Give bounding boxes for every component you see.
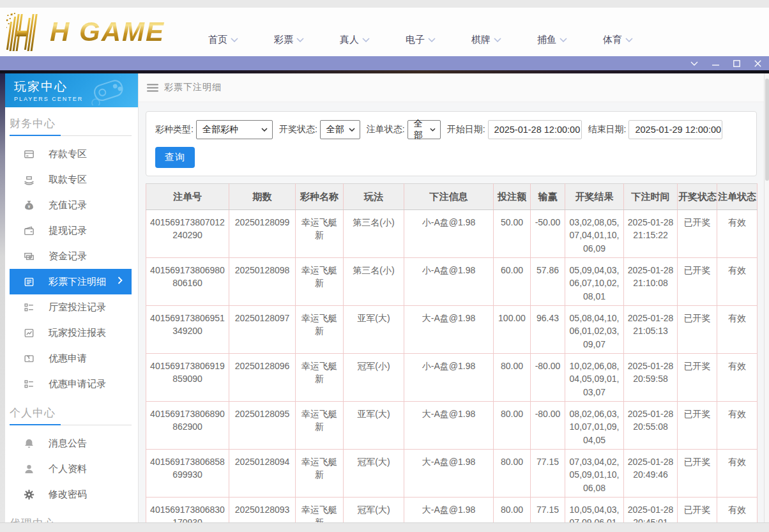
cell-彩种名称: 幸运飞艇新 bbox=[296, 306, 344, 354]
sidebar-item-厅室投注记录[interactable]: 厅室投注记录 bbox=[10, 294, 132, 320]
table-header-row: 注单号期数彩种名称玩法下注信息投注额输赢开奖结果下注时间开奖状态注单状态 bbox=[146, 184, 758, 210]
chevron-down-icon bbox=[428, 38, 436, 42]
nav-item-彩票[interactable]: 彩票 bbox=[274, 34, 304, 46]
nav-item-label: 电子 bbox=[406, 34, 425, 46]
nav-item-label: 首页 bbox=[208, 34, 227, 46]
draw-status-select[interactable]: 全部 bbox=[320, 120, 360, 139]
lottery-type-label: 彩种类型: bbox=[155, 124, 194, 135]
sidebar-item-label: 玩家投注报表 bbox=[49, 327, 106, 339]
cell-玩法: 亚军(大) bbox=[344, 402, 404, 450]
cell-开奖结果: 05,09,04,03,06,07,10,02,08,01 bbox=[565, 258, 624, 306]
lottery-type-select[interactable]: 全部彩种 bbox=[196, 120, 273, 139]
chevron-down-icon bbox=[296, 38, 304, 42]
draw-status-label: 开奖状态: bbox=[279, 124, 317, 135]
lottery-type-value: 全部彩种 bbox=[202, 124, 238, 135]
start-date-input[interactable]: 2025-01-28 12:00:00 bbox=[488, 120, 582, 139]
cell-开奖状态: 已开奖 bbox=[678, 210, 717, 258]
cell-玩法: 亚军(大) bbox=[344, 306, 404, 354]
cell-期数: 20250128096 bbox=[229, 354, 296, 402]
chevron-down-icon bbox=[362, 38, 370, 42]
sidebar-item-充值记录[interactable]: ¥充值记录 bbox=[10, 192, 132, 218]
sidebar-item-取款专区[interactable]: 取款专区 bbox=[10, 167, 132, 192]
sidebar-item-提现记录[interactable]: 提现记录 bbox=[10, 218, 132, 243]
cell-注单号: 401569173806858699930 bbox=[146, 450, 229, 498]
sidebar-header: 玩家中心 PLAYERS CENTER bbox=[5, 73, 138, 107]
cell-开奖状态: 已开奖 bbox=[678, 354, 717, 402]
window-close-icon[interactable] bbox=[754, 60, 761, 67]
cell-投注额: 80.00 bbox=[494, 354, 531, 402]
page-title: 彩票下注明细 bbox=[164, 82, 222, 93]
sidebar-item-label: 消息公告 bbox=[49, 437, 87, 450]
end-date-input[interactable]: 2025-01-29 12:00:00 bbox=[628, 120, 722, 139]
nav-item-真人[interactable]: 真人 bbox=[340, 34, 370, 46]
promo-record-icon bbox=[24, 379, 34, 390]
sidebar-item-修改密码[interactable]: 修改密码 bbox=[10, 482, 132, 507]
window-chevron-down-icon[interactable] bbox=[690, 61, 698, 66]
sidebar-item-个人资料[interactable]: 个人资料 bbox=[10, 456, 132, 482]
scrollbar-thumb[interactable] bbox=[765, 79, 769, 181]
cell-期数: 20250128099 bbox=[229, 210, 296, 258]
vertical-scrollbar[interactable] bbox=[764, 73, 769, 532]
chevron-down-icon bbox=[625, 38, 633, 42]
cell-注单号: 401569173806980806160 bbox=[146, 258, 229, 306]
column-header-玩法: 玩法 bbox=[344, 184, 404, 210]
recharge-moneybag-icon: ¥ bbox=[24, 200, 34, 211]
nav-item-label: 体育 bbox=[603, 34, 622, 46]
sidebar-item-label: 彩票下注明细 bbox=[49, 276, 106, 288]
sidebar-item-优惠申请记录[interactable]: 优惠申请记录 bbox=[10, 371, 132, 397]
withdraw-hand-icon bbox=[24, 174, 34, 185]
chevron-down-icon bbox=[560, 38, 567, 42]
funds-banknotes-icon bbox=[24, 251, 34, 262]
hamburger-menu-icon[interactable] bbox=[147, 84, 158, 92]
sidebar-section-title: 财务中心 bbox=[5, 107, 138, 135]
sidebar-item-优惠申请[interactable]: 优惠申请 bbox=[10, 346, 132, 371]
window-maximize-icon[interactable] bbox=[733, 60, 740, 67]
cell-下注时间: 2025-01-28 20:49:46 bbox=[624, 450, 678, 498]
sidebar-item-消息公告[interactable]: 消息公告 bbox=[10, 430, 132, 456]
window-controls bbox=[690, 56, 761, 70]
sidebar-item-存款专区[interactable]: 存款专区 bbox=[10, 141, 132, 167]
cell-开奖结果: 10,02,06,08,04,05,09,01,03,07 bbox=[565, 354, 624, 402]
cell-注单状态: 有效 bbox=[717, 450, 758, 498]
order-status-select[interactable]: 全部 bbox=[407, 120, 441, 139]
cell-期数: 20250128097 bbox=[229, 306, 296, 354]
column-header-投注额: 投注额 bbox=[494, 184, 531, 210]
cell-输赢: -80.00 bbox=[531, 402, 565, 450]
nav-item-电子[interactable]: 电子 bbox=[406, 34, 436, 46]
cell-彩种名称: 幸运飞艇新 bbox=[296, 354, 344, 402]
nav-item-捕鱼[interactable]: 捕鱼 bbox=[537, 34, 567, 46]
order-status-value: 全部 bbox=[414, 118, 430, 141]
sidebar-item-彩票下注明细[interactable]: 彩票下注明细 bbox=[10, 269, 132, 294]
sidebar-item-label: 个人资料 bbox=[49, 463, 87, 475]
lottery-bet-detail-icon bbox=[24, 277, 34, 287]
cell-输赢: 77.15 bbox=[531, 450, 565, 498]
sidebar-item-label: 优惠申请记录 bbox=[49, 378, 106, 390]
nav-item-label: 捕鱼 bbox=[537, 34, 556, 46]
cell-玩法: 冠军(小) bbox=[344, 354, 404, 402]
nav-item-体育[interactable]: 体育 bbox=[603, 34, 633, 46]
cell-注单号: 401569173806919859090 bbox=[146, 354, 229, 402]
order-status-label: 注单状态: bbox=[367, 124, 405, 135]
cell-开奖状态: 已开奖 bbox=[678, 450, 717, 498]
cell-下注时间: 2025-01-28 20:55:08 bbox=[624, 402, 678, 450]
cell-注单号: 401569173806951349200 bbox=[146, 306, 229, 354]
cell-投注额: 80.00 bbox=[494, 402, 531, 450]
sidebar-item-资金记录[interactable]: 资金记录 bbox=[10, 243, 132, 269]
column-header-输赢: 输赢 bbox=[531, 184, 565, 210]
chevron-down-icon bbox=[494, 38, 501, 42]
nav-item-首页[interactable]: 首页 bbox=[208, 34, 238, 46]
table-row: 40156917380698080616020250128098幸运飞艇新第三名… bbox=[146, 258, 758, 306]
cell-下注信息: 大-A盘@1.98 bbox=[404, 450, 494, 498]
sidebar-item-玩家投注报表[interactable]: 玩家投注报表 bbox=[10, 320, 132, 346]
top-navbar: H GAME 首页彩票真人电子棋牌捕鱼体育 bbox=[0, 8, 769, 56]
sidebar-section-title: 个人中心 bbox=[5, 397, 138, 425]
sidebar-item-label: 取款专区 bbox=[49, 174, 87, 186]
profile-person-icon bbox=[24, 464, 34, 475]
window-minimize-icon[interactable] bbox=[712, 60, 719, 67]
nav-item-棋牌[interactable]: 棋牌 bbox=[471, 34, 501, 46]
sidebar-item-label: 厅室投注记录 bbox=[49, 301, 106, 314]
cell-开奖结果: 07,03,04,02,05,09,01,10,06,08 bbox=[565, 450, 624, 498]
brand-logo: H GAME bbox=[6, 11, 165, 52]
column-header-开奖结果: 开奖结果 bbox=[565, 184, 624, 210]
search-button[interactable]: 查询 bbox=[155, 147, 195, 168]
